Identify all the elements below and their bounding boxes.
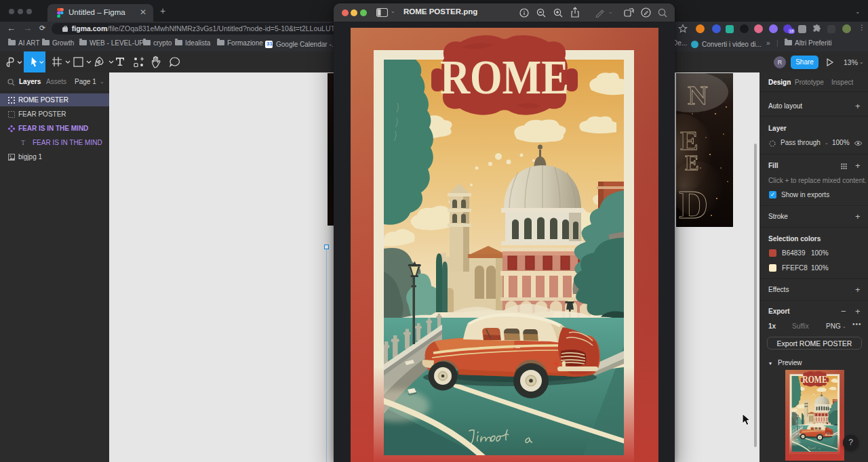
svg-text:E: E <box>685 151 699 175</box>
svg-text:N: N <box>688 79 708 110</box>
svg-text:D: D <box>679 182 708 227</box>
